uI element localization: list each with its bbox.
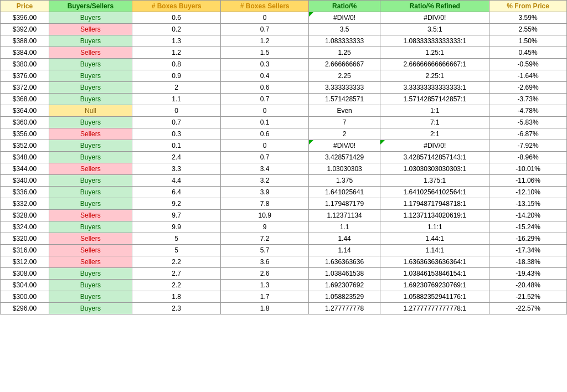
from-price-cell: -14.20% <box>489 210 567 221</box>
ratio-refined-cell: 1.375:1 <box>380 175 489 187</box>
from-price-cell: -5.83% <box>489 117 567 128</box>
buyers-sellers-cell: Buyers <box>49 175 132 187</box>
ratio-cell: 1.277777778 <box>308 303 380 314</box>
from-price-cell: 0.45% <box>489 47 567 59</box>
price-cell: $356.00 <box>1 128 49 140</box>
boxes-buyers-cell: 0.7 <box>132 117 221 128</box>
boxes-sellers-cell: 1.7 <box>221 291 308 303</box>
ratio-cell: 1.641025641 <box>308 187 380 198</box>
ratio-refined-cell: 1:1 <box>380 105 489 117</box>
ratio-cell: 1.25 <box>308 47 380 59</box>
table-row: $360.00Buyers0.70.177:1-5.83% <box>1 117 567 128</box>
table-row: $376.00Buyers0.90.42.252.25:1-1.64% <box>1 70 567 82</box>
buyers-sellers-cell: Buyers <box>49 268 132 280</box>
ratio-refined-cell: #DIV/0! <box>380 140 489 152</box>
table-row: $380.00Buyers0.80.32.6666666672.66666666… <box>1 59 567 70</box>
table-row: $316.00Sellers55.71.141.14:1-17.34% <box>1 245 567 256</box>
from-price-cell: -18.38% <box>489 256 567 268</box>
boxes-buyers-cell: 4.4 <box>132 175 221 187</box>
main-container: Price Buyers/Sellers # Boxes Buyers # Bo… <box>0 0 567 314</box>
from-price-cell: -12.10% <box>489 187 567 198</box>
table-row: $336.00Buyers6.43.91.6410256411.64102564… <box>1 187 567 198</box>
table-row: $296.00Buyers2.31.81.2777777781.27777777… <box>1 303 567 314</box>
ratio-cell: 2 <box>308 128 380 140</box>
ratio-refined-cell: 1.27777777777778:1 <box>380 303 489 314</box>
table-row: $332.00Buyers9.27.81.1794871791.17948717… <box>1 198 567 210</box>
header-ratio-refined: Ratio/% Refined <box>380 1 489 12</box>
boxes-sellers-cell: 0.7 <box>221 94 308 105</box>
table-row: $340.00Buyers4.43.21.3751.375:1-11.06% <box>1 175 567 187</box>
ratio-refined-cell: 1.64102564102564:1 <box>380 187 489 198</box>
price-cell: $316.00 <box>1 245 49 256</box>
ratio-cell: 2.666666667 <box>308 59 380 70</box>
buyers-sellers-cell: Buyers <box>49 94 132 105</box>
ratio-cell: #DIV/0! <box>308 12 380 24</box>
boxes-buyers-cell: 0.9 <box>132 70 221 82</box>
buyers-sellers-cell: Buyers <box>49 117 132 128</box>
price-cell: $364.00 <box>1 105 49 117</box>
boxes-buyers-cell: 1.3 <box>132 35 221 47</box>
boxes-buyers-cell: 3.3 <box>132 163 221 175</box>
ratio-refined-cell: 3.5:1 <box>380 24 489 35</box>
price-cell: $296.00 <box>1 303 49 314</box>
buyers-sellers-cell: Buyers <box>49 280 132 291</box>
ratio-refined-cell: 1.03846153846154:1 <box>380 268 489 280</box>
price-cell: $300.00 <box>1 291 49 303</box>
table-row: $388.00Buyers1.31.21.0833333331.08333333… <box>1 35 567 47</box>
table-row: $372.00Buyers20.63.3333333333.3333333333… <box>1 82 567 94</box>
buyers-sellers-cell: Buyers <box>49 12 132 24</box>
from-price-cell: 3.59% <box>489 12 567 24</box>
boxes-buyers-cell: 1.2 <box>132 47 221 59</box>
ratio-refined-cell: 1.17948717948718:1 <box>380 198 489 210</box>
from-price-cell: -20.48% <box>489 280 567 291</box>
buyers-sellers-cell: Buyers <box>49 303 132 314</box>
ratio-cell: 1.692307692 <box>308 280 380 291</box>
boxes-sellers-cell: 3.4 <box>221 163 308 175</box>
price-cell: $372.00 <box>1 82 49 94</box>
buyers-sellers-cell: Buyers <box>49 140 132 152</box>
price-cell: $324.00 <box>1 221 49 233</box>
boxes-buyers-cell: 2.7 <box>132 268 221 280</box>
ratio-refined-cell: 2.66666666666667:1 <box>380 59 489 70</box>
table-row: $324.00Buyers9.991.11.1:1-15.24% <box>1 221 567 233</box>
header-boxes-sellers: # Boxes Sellers <box>221 1 308 12</box>
ratio-refined-cell: 1.1:1 <box>380 221 489 233</box>
header-boxes-buyers: # Boxes Buyers <box>132 1 221 12</box>
boxes-sellers-cell: 5.7 <box>221 245 308 256</box>
ratio-refined-cell: 1.25:1 <box>380 47 489 59</box>
from-price-cell: -17.34% <box>489 245 567 256</box>
from-price-cell: -10.01% <box>489 163 567 175</box>
from-price-cell: -7.92% <box>489 140 567 152</box>
price-cell: $308.00 <box>1 268 49 280</box>
ratio-cell: 1.03030303 <box>308 163 380 175</box>
ratio-refined-cell: 1.14:1 <box>380 245 489 256</box>
boxes-buyers-cell: 0.1 <box>132 140 221 152</box>
from-price-cell: -22.57% <box>489 303 567 314</box>
header-buyers-sellers: Buyers/Sellers <box>49 1 132 12</box>
boxes-sellers-cell: 0.4 <box>221 70 308 82</box>
boxes-buyers-cell: 9.7 <box>132 210 221 221</box>
from-price-cell: -1.64% <box>489 70 567 82</box>
table-row: $304.00Buyers2.21.31.6923076921.69230769… <box>1 280 567 291</box>
boxes-sellers-cell: 3.9 <box>221 187 308 198</box>
ratio-refined-cell: 2:1 <box>380 128 489 140</box>
table-row: $364.00Null00Even1:1-4.78% <box>1 105 567 117</box>
from-price-cell: -21.52% <box>489 291 567 303</box>
boxes-buyers-cell: 2.2 <box>132 256 221 268</box>
header-price: Price <box>1 1 49 12</box>
ratio-refined-cell: 7:1 <box>380 117 489 128</box>
ratio-refined-cell: #DIV/0! <box>380 12 489 24</box>
buyers-sellers-cell: Buyers <box>49 59 132 70</box>
from-price-cell: -8.96% <box>489 152 567 163</box>
buyers-sellers-cell: Sellers <box>49 245 132 256</box>
price-cell: $388.00 <box>1 35 49 47</box>
flag-refined-icon <box>380 140 385 145</box>
table-row: $352.00Buyers0.10#DIV/0!#DIV/0!-7.92% <box>1 140 567 152</box>
boxes-sellers-cell: 0.7 <box>221 24 308 35</box>
from-price-cell: -11.06% <box>489 175 567 187</box>
ratio-cell: 3.333333333 <box>308 82 380 94</box>
buyers-sellers-cell: Buyers <box>49 221 132 233</box>
header-from-price: % From Price <box>489 1 567 12</box>
ratio-cell: 1.038461538 <box>308 268 380 280</box>
ratio-cell: 1.12371134 <box>308 210 380 221</box>
